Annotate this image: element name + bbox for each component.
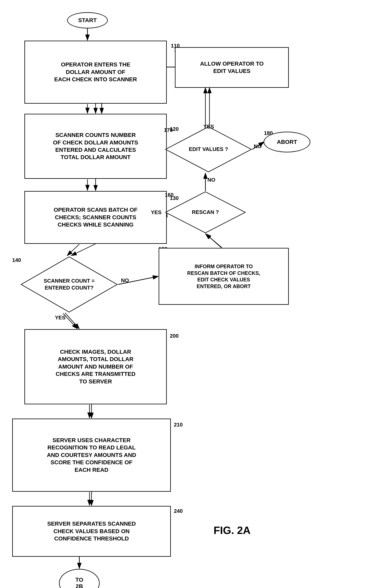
node-110-label: OPERATOR ENTERS THEDOLLAR AMOUNT OFEACH … (54, 61, 137, 83)
end-oval: TO2B (59, 569, 100, 588)
node-170: EDIT VALUES ? (165, 126, 252, 173)
ref-140: 140 (12, 257, 21, 263)
svg-line-25 (67, 244, 79, 256)
node-120: SCANNER COUNTS NUMBEROF CHECK DOLLAR AMO… (24, 114, 167, 179)
diagram-container: START 110 OPERATOR ENTERS THEDOLLAR AMOU… (0, 0, 386, 588)
ref-200: 200 (170, 333, 179, 339)
node-150: INFORM OPERATOR TORESCAN BATCH OF CHECKS… (159, 248, 289, 305)
node-140-label: SCANNER COUNT =ENTERED COUNT? (39, 277, 100, 291)
no-170-label: NO (254, 143, 262, 149)
node-240-label: SERVER SEPARATES SCANNEDCHECK VALUES BAS… (47, 520, 136, 542)
ref-240: 240 (174, 508, 183, 514)
node-160-label: RESCAN ? (183, 209, 228, 216)
node-190: ALLOW OPERATOR TOEDIT VALUES (175, 47, 289, 88)
node-160: RESCAN ? (165, 191, 246, 234)
yes-160-label: YES (151, 209, 161, 216)
node-170-label: EDIT VALUES ? (183, 146, 234, 153)
node-240: SERVER SEPARATES SCANNEDCHECK VALUES BAS… (12, 506, 171, 557)
node-210-label: SERVER USES CHARACTERRECOGNITION TO READ… (47, 437, 136, 474)
node-190-label: ALLOW OPERATOR TOEDIT VALUES (200, 60, 264, 75)
node-200: CHECK IMAGES, DOLLARAMOUNTS, TOTAL DOLLA… (24, 329, 167, 404)
node-130-label: OPERATOR SCANS BATCH OFCHECKS; SCANNER C… (54, 206, 137, 228)
figure-label: FIG. 2A (214, 524, 250, 536)
node-210: SERVER USES CHARACTERRECOGNITION TO READ… (12, 419, 171, 492)
no-160-label: NO (207, 177, 215, 183)
node-140: SCANNER COUNT =ENTERED COUNT? (20, 256, 118, 313)
svg-line-5 (65, 313, 79, 329)
start-oval: START (67, 12, 108, 28)
node-200-label: CHECK IMAGES, DOLLARAMOUNTS, TOTAL DOLLA… (56, 348, 136, 385)
svg-line-7 (205, 234, 222, 248)
node-180-label: ABORT (277, 139, 297, 145)
yes-170-label: YES (203, 124, 214, 130)
node-180-abort: ABORT (264, 132, 310, 152)
start-label: START (78, 17, 97, 23)
ref-210: 210 (174, 421, 183, 428)
end-label: TO2B (75, 577, 83, 588)
svg-line-4 (71, 244, 96, 256)
node-150-label: INFORM OPERATOR TORESCAN BATCH OF CHECKS… (187, 263, 260, 290)
svg-line-28 (206, 234, 222, 248)
node-130: OPERATOR SCANS BATCH OFCHECKS; SCANNER C… (24, 191, 167, 244)
no-140-label: NO (121, 277, 129, 284)
node-120-label: SCANNER COUNTS NUMBEROF CHECK DOLLAR AMO… (53, 131, 138, 161)
yes-140-label: YES (55, 315, 66, 321)
node-110: OPERATOR ENTERS THEDOLLAR AMOUNT OFEACH … (24, 41, 167, 104)
